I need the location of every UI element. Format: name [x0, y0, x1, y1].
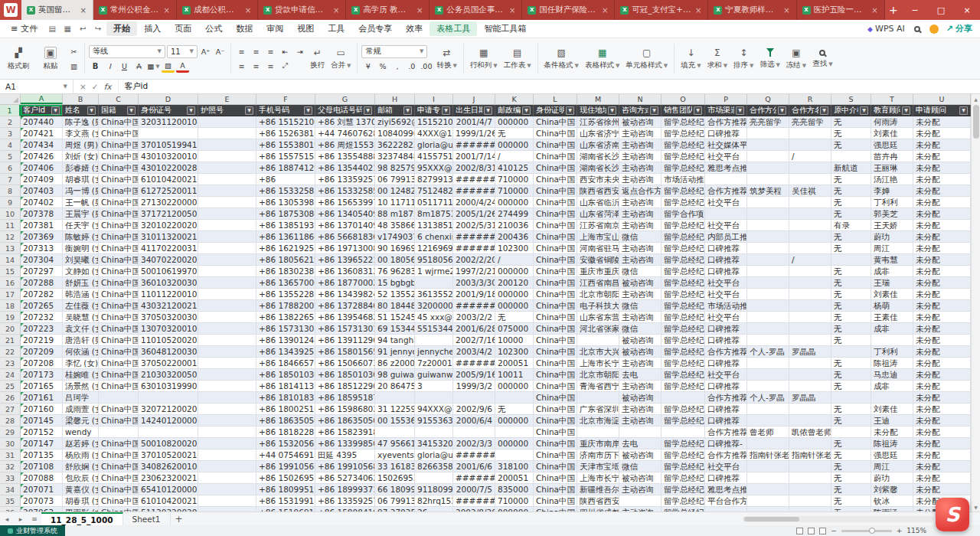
cell[interactable]: +86 17882007	[256, 300, 315, 312]
comma-icon[interactable]: ,	[390, 60, 403, 73]
column-header-G[interactable]: G	[315, 94, 375, 104]
cell[interactable]: +86 15538019	[256, 139, 315, 151]
currency-icon[interactable]: ¥	[361, 60, 374, 73]
cell[interactable]: 陕西省西安	[577, 495, 619, 507]
filter-dropdown-icon[interactable]: ▼	[403, 106, 412, 115]
cell[interactable]: 成非	[871, 323, 913, 335]
cell[interactable]: 无	[831, 484, 871, 495]
cell[interactable]	[198, 346, 256, 358]
row-number[interactable]: 17	[0, 289, 21, 300]
cell[interactable]	[198, 495, 256, 507]
name-box[interactable]: A1 ▼	[0, 80, 74, 93]
cell[interactable]: China中国	[99, 289, 139, 300]
cell[interactable]: gloria@uk#	[415, 139, 453, 151]
cell[interactable]: 市场活动推荐	[662, 174, 705, 185]
row-number[interactable]: 21	[0, 335, 21, 346]
cell[interactable]: China中国	[534, 185, 577, 197]
cell[interactable]: 9118099519	[415, 484, 453, 495]
cell[interactable]	[747, 381, 789, 392]
cell[interactable]: 2000/4/24	[453, 197, 495, 208]
cell[interactable]: 被动咨询	[619, 449, 662, 461]
cell[interactable]: 刘炘 (女)	[63, 151, 99, 162]
cell[interactable]: v1749037	[375, 231, 415, 243]
cell[interactable]: 1 wjrme221(	[415, 266, 453, 277]
cell[interactable]: 7z20001227	[415, 358, 453, 369]
cell[interactable]: 桂婉唯 (女	[63, 369, 99, 381]
cell[interactable]: 000000	[495, 197, 534, 208]
cell[interactable]: 杨萌	[871, 300, 913, 312]
cell[interactable]: 411702200312270822	[139, 243, 198, 254]
cell[interactable]: 王迪	[871, 415, 913, 427]
cell[interactable]: 未分配	[913, 162, 971, 174]
cell[interactable]	[198, 151, 256, 162]
increase-font-icon[interactable]: A⁺	[199, 45, 212, 57]
cell[interactable]: 社交平台	[705, 369, 747, 381]
cell[interactable]: 左佳薇 (女	[63, 300, 99, 312]
cell[interactable]: 000000	[495, 289, 534, 300]
cell[interactable]: China中国	[99, 277, 139, 289]
cell[interactable]: 1999/3/2	[453, 381, 495, 392]
header-cell[interactable]: 教育顾问▼	[871, 105, 913, 116]
cell[interactable]	[747, 139, 789, 151]
cell[interactable]: 刘素佳	[871, 128, 913, 139]
menu-tab-页面[interactable]: 页面	[168, 21, 198, 36]
cell[interactable]: 98 guiwanwei	[375, 369, 415, 381]
cell[interactable]: 刘素佳	[871, 404, 913, 415]
cell[interactable]: 00 1553638	[375, 415, 415, 427]
cell[interactable]: 合作方推荐	[705, 116, 747, 128]
cell[interactable]	[198, 449, 256, 461]
sort-button[interactable]: ↕ 排序▼	[731, 41, 756, 77]
cell[interactable]: 留学总经纪	[662, 197, 705, 208]
cell[interactable]: China中国	[534, 461, 577, 472]
cell[interactable]: 未分配	[913, 369, 971, 381]
cell[interactable]: 袁文仟 (女	[63, 323, 99, 335]
cell[interactable]	[747, 243, 789, 254]
conditional-format-button[interactable]: ▧ 条件格式▼	[542, 41, 581, 77]
cell[interactable]: gloria@uk#	[415, 449, 453, 461]
cell[interactable]: 207063	[21, 507, 63, 511]
cell[interactable]: China中国	[534, 484, 577, 495]
cell[interactable]: 赵若婷 (女	[63, 438, 99, 449]
cell[interactable]: 留学总经纪	[662, 254, 705, 266]
row-number[interactable]: 6	[0, 162, 21, 174]
wps-logo-icon[interactable]: W	[0, 0, 21, 20]
cell[interactable]: 26	[415, 507, 453, 511]
document-tab[interactable]: X常州公积金 .xlsx×	[93, 0, 177, 20]
cell[interactable]: 留学总经纪	[662, 472, 705, 484]
cell[interactable]: 主动咨询	[619, 254, 662, 266]
cell[interactable]: China中国	[99, 335, 139, 346]
cell[interactable]: 未分配	[913, 335, 971, 346]
cell[interactable]	[789, 277, 831, 289]
cell[interactable]: 未分配	[913, 404, 971, 415]
cell[interactable]	[198, 438, 256, 449]
column-header-O[interactable]: O	[662, 94, 705, 104]
increase-decimal-icon[interactable]: .0	[405, 60, 418, 73]
decrease-decimal-icon[interactable]: .00	[420, 60, 433, 73]
cell[interactable]: 2003/2/2	[453, 312, 495, 323]
cell[interactable]: ########	[453, 358, 495, 369]
cell[interactable]: 雅思考点推荐	[705, 162, 747, 174]
document-tab[interactable]: X成都公积金.xlsx×	[177, 0, 258, 20]
cell[interactable]: 合作方推荐	[705, 392, 747, 404]
cell[interactable]	[747, 208, 789, 220]
row-number[interactable]: 4	[0, 139, 21, 151]
sheet-list-icon[interactable]: ≡	[28, 515, 41, 523]
cell[interactable]: +86 18635050	[256, 415, 315, 427]
cell[interactable]: +86 18635050	[315, 415, 375, 427]
cell[interactable]: 86 z2000122	[375, 358, 415, 369]
cell[interactable]: 000000	[495, 507, 534, 511]
cell[interactable]: 310113200211152925	[139, 231, 198, 243]
cell[interactable]: 207161	[21, 392, 63, 404]
cell[interactable]: 97 2703532	[375, 507, 415, 511]
cell[interactable]: 钦冰	[871, 495, 913, 507]
cell[interactable]: 曾老师	[747, 427, 789, 438]
cell[interactable]: 3415320563	[415, 438, 453, 449]
cell[interactable]: 88 m187530	[375, 208, 415, 220]
cell[interactable]: 710000	[495, 495, 534, 507]
cell[interactable]: China中国	[534, 208, 577, 220]
cell[interactable]	[415, 472, 453, 484]
cell[interactable]: +86 13554888	[315, 151, 375, 162]
cell[interactable]: 未分配	[913, 197, 971, 208]
row-number[interactable]: 27	[0, 404, 21, 415]
cell[interactable]: 新疆维吾尔	[577, 484, 619, 495]
